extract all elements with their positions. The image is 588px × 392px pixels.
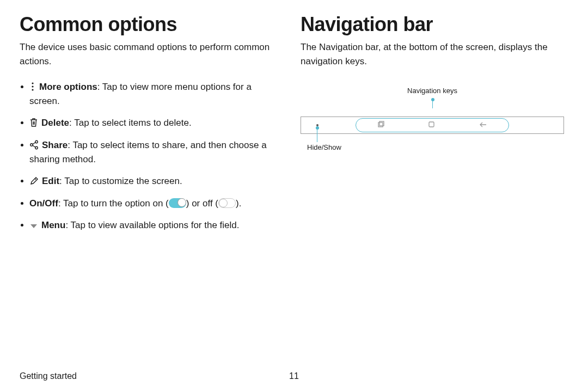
delete-text: : Tap to select items to delete. [69, 118, 192, 128]
delete-label: Delete [41, 118, 69, 128]
list-item: More options: Tap to view more menu opti… [20, 80, 281, 109]
onoff-pre: : Tap to turn the option on ( [58, 198, 169, 209]
onoff-label: On/Off [29, 198, 58, 209]
page-footer: Getting started 11 [20, 371, 568, 381]
common-options-heading: Common options [20, 13, 281, 36]
common-options-list: More options: Tap to view more menu opti… [20, 80, 281, 233]
delete-icon [29, 118, 38, 127]
list-item: Menu: Tap to view available options for … [20, 218, 281, 232]
more-options-label: More options [39, 82, 97, 92]
svg-rect-6 [379, 121, 384, 126]
hide-show-dot-zone [301, 117, 334, 133]
callout-line-bottom [317, 127, 317, 142]
navkeys-label: Navigation keys [301, 87, 564, 95]
navigation-bar-intro: The Navigation bar, at the bottom of the… [301, 40, 564, 69]
menu-text: : Tap to view available options for the … [65, 220, 239, 230]
list-item: Delete: Tap to select items to delete. [20, 116, 281, 130]
svg-point-1 [32, 85, 33, 87]
onoff-post: ). [236, 198, 241, 209]
edit-icon [29, 176, 39, 186]
edit-text: : Tap to customize the screen. [59, 176, 182, 186]
list-item: Share: Tap to select items to share, and… [20, 138, 281, 167]
more-options-icon [29, 82, 36, 91]
hideshow-label: Hide/Show [307, 143, 341, 151]
home-key-icon [428, 121, 435, 130]
share-label: Share [42, 140, 68, 150]
onoff-mid: ) or off ( [186, 198, 218, 209]
svg-point-4 [30, 144, 33, 146]
callout-line-top [432, 99, 433, 108]
list-item: Edit: Tap to customize the screen. [20, 174, 281, 188]
list-item: On/Off: Tap to turn the option on () or … [20, 197, 281, 211]
menu-icon [29, 223, 38, 230]
svg-point-5 [35, 146, 38, 149]
toggle-on-icon [169, 198, 186, 208]
svg-rect-7 [378, 122, 383, 127]
navkeys-capsule [356, 118, 509, 132]
footer-page-number: 11 [289, 371, 299, 381]
svg-point-3 [35, 140, 38, 143]
share-icon [29, 140, 39, 150]
menu-label: Menu [41, 220, 65, 230]
common-options-intro: The device uses basic command options to… [20, 40, 281, 69]
svg-rect-8 [429, 122, 434, 127]
back-key-icon [479, 121, 487, 130]
recents-key-icon [377, 120, 385, 130]
navigation-bar-diagram: Navigation keys [301, 87, 564, 174]
toggle-off-icon [218, 198, 236, 208]
navigation-bar-heading: Navigation bar [301, 13, 564, 36]
svg-point-2 [32, 89, 33, 90]
svg-point-0 [32, 82, 33, 84]
navbar-outline [301, 117, 564, 134]
edit-label: Edit [42, 176, 59, 186]
